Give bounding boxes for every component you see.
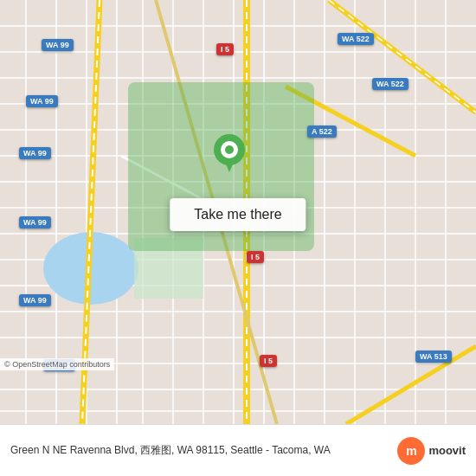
- moovit-icon: m: [397, 437, 425, 465]
- route-badge: WA 99: [26, 95, 58, 107]
- map-pin: [214, 134, 245, 176]
- svg-point-47: [225, 145, 234, 154]
- route-badge: WA 513: [415, 351, 452, 363]
- route-badge: I 5: [260, 355, 277, 367]
- route-badge: WA 522: [372, 78, 408, 90]
- route-badge: WA 522: [338, 33, 374, 45]
- moovit-logo: m moovit: [397, 437, 466, 465]
- route-badge: WA 99: [19, 147, 51, 159]
- info-bar: Green N NE Ravenna Blvd, 西雅图, WA 98115, …: [0, 424, 476, 476]
- svg-marker-48: [224, 160, 235, 172]
- osm-attribution: © OpenStreetMap contributors: [0, 358, 114, 370]
- address-text: Green N NE Ravenna Blvd, 西雅图, WA 98115, …: [10, 443, 389, 458]
- route-badge: WA 99: [42, 39, 74, 51]
- route-badge: WA 99: [19, 294, 51, 306]
- map-container: WA 99WA 99WA 99WA 99WA 99WA 99I 5I 5I 5W…: [0, 0, 476, 424]
- take-me-there-button[interactable]: Take me there: [170, 198, 306, 231]
- route-badge: I 5: [216, 43, 234, 55]
- route-badge: WA 99: [19, 216, 51, 228]
- route-badge: I 5: [247, 251, 264, 263]
- moovit-text: moovit: [428, 444, 466, 457]
- route-badge: A 522: [307, 125, 337, 138]
